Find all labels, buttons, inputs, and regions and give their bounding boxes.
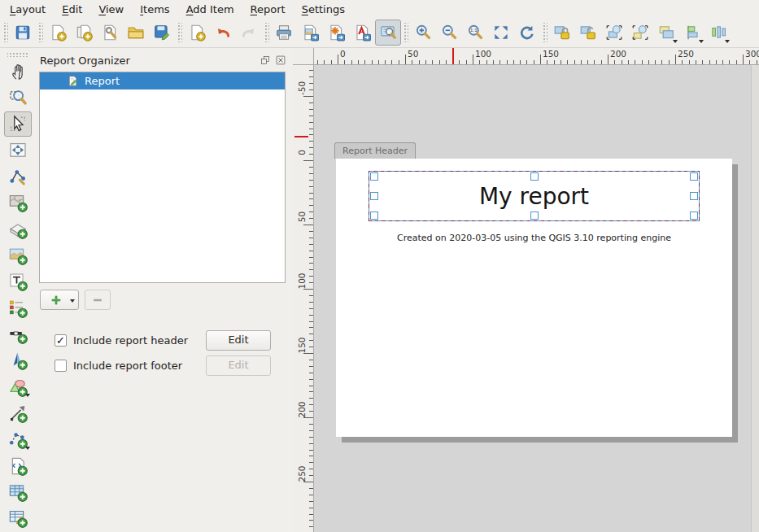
panel-close-button[interactable] xyxy=(274,54,287,67)
zoom-actual-button[interactable]: 1:1 xyxy=(462,20,488,46)
add-legend-button[interactable] xyxy=(4,295,32,321)
edit-nodes-item-button[interactable] xyxy=(4,164,32,189)
export-image-button[interactable] xyxy=(297,20,323,46)
menu-add-item[interactable]: Add Item xyxy=(178,1,242,18)
add-3d-map-button[interactable] xyxy=(4,216,32,242)
add-attribute-table-button[interactable] xyxy=(4,479,32,504)
add-scalebar-button[interactable] xyxy=(4,321,32,347)
edit-footer-button[interactable]: Edit xyxy=(206,355,271,376)
resize-handle-bottom-center[interactable] xyxy=(530,211,539,220)
ruler-tick xyxy=(317,60,318,64)
edit-header-button[interactable]: Edit xyxy=(206,330,271,351)
add-page-button[interactable] xyxy=(184,20,210,46)
report-settings-button[interactable] xyxy=(97,20,123,46)
include-footer-checkbox[interactable] xyxy=(55,360,67,372)
ruler-tick xyxy=(399,60,399,64)
ruler-tick xyxy=(567,60,568,64)
toolbar-grip xyxy=(264,23,269,42)
ruler-tick xyxy=(358,60,359,64)
ruler-label: -50 xyxy=(297,76,308,101)
ruler-tick xyxy=(309,340,313,341)
ruler-tick xyxy=(309,386,313,386)
raise-items-button[interactable] xyxy=(653,20,679,46)
ruler-tick xyxy=(561,60,561,64)
open-report-button[interactable] xyxy=(123,20,149,46)
menu-edit[interactable]: Edit xyxy=(54,1,90,18)
svg-text:1:1: 1:1 xyxy=(470,28,478,33)
vertical-scrollbar[interactable] xyxy=(751,65,759,532)
menu-view[interactable]: View xyxy=(90,1,132,18)
zoom-region-button[interactable] xyxy=(4,85,32,110)
resize-handle-bottom-left[interactable] xyxy=(370,211,378,220)
ruler-label: 200 xyxy=(297,398,308,422)
add-label-button[interactable] xyxy=(4,269,32,294)
save-as-template-button[interactable] xyxy=(149,20,175,46)
resize-handle-middle-left[interactable] xyxy=(370,192,378,200)
align-items-button[interactable] xyxy=(679,20,705,46)
save-project-button[interactable] xyxy=(10,20,36,46)
menu-settings[interactable]: Settings xyxy=(294,1,353,18)
resize-handle-middle-right[interactable] xyxy=(690,192,698,200)
ruler-tick xyxy=(309,154,313,155)
ruler-tick xyxy=(439,60,440,64)
resize-handle-top-left[interactable] xyxy=(370,172,378,181)
zoom-tool-settings-button[interactable] xyxy=(375,20,401,46)
select-move-item-button[interactable] xyxy=(4,111,32,137)
export-pdf-button[interactable] xyxy=(349,20,375,46)
pan-layout-button[interactable] xyxy=(4,59,32,84)
selected-label-item[interactable]: My report xyxy=(369,171,700,221)
menu-layout[interactable]: Layout xyxy=(2,1,54,18)
resize-handle-top-center[interactable] xyxy=(530,172,539,181)
add-shape-button[interactable] xyxy=(4,374,32,399)
move-content-icon xyxy=(8,141,28,160)
ruler-tick xyxy=(309,147,313,148)
remove-section-button[interactable] xyxy=(85,290,111,310)
panel-float-button[interactable] xyxy=(259,54,272,67)
lock-items-button[interactable] xyxy=(549,20,575,46)
resize-handle-top-right[interactable] xyxy=(690,172,698,181)
resize-handle-bottom-right[interactable] xyxy=(690,211,698,220)
new-report-button[interactable] xyxy=(45,20,71,46)
add-section-button[interactable] xyxy=(40,290,79,310)
zoom-full-button[interactable] xyxy=(488,20,514,46)
tree-item-report[interactable]: Report xyxy=(40,72,285,89)
report-page[interactable]: My report Created on 2020-03-05 using th… xyxy=(336,159,732,437)
add-html-button[interactable] xyxy=(4,453,32,478)
add-north-arrow-button[interactable] xyxy=(4,348,32,373)
ungroup-items-button[interactable] xyxy=(627,20,653,46)
add-arrow-button[interactable] xyxy=(4,400,32,425)
zoom-out-button[interactable] xyxy=(436,20,462,46)
move-item-content-button[interactable] xyxy=(4,137,32,163)
ruler-tick xyxy=(309,205,313,206)
export-svg-button[interactable] xyxy=(323,20,349,46)
add-node-item-button[interactable] xyxy=(4,427,32,452)
duplicate-report-button[interactable] xyxy=(71,20,97,46)
vertical-ruler[interactable]: -50050100150200250 xyxy=(293,65,314,532)
group-items-button[interactable] xyxy=(601,20,627,46)
refresh-view-button[interactable] xyxy=(514,20,540,46)
print-icon xyxy=(275,24,293,41)
menu-items[interactable]: Items xyxy=(132,1,177,18)
include-footer-label: Include report footer xyxy=(73,360,206,372)
add-picture-button[interactable] xyxy=(4,242,32,268)
report-tree[interactable]: Report xyxy=(39,72,286,283)
ruler-tick xyxy=(309,282,313,283)
layout-viewport[interactable]: Report Header My report Created on 2020-… xyxy=(314,65,759,532)
undo-button[interactable] xyxy=(210,20,236,46)
add-fixed-table-button[interactable] xyxy=(4,506,32,531)
include-header-checkbox[interactable]: ✓ xyxy=(55,334,67,347)
distribute-icon xyxy=(709,24,727,41)
item-toolbox xyxy=(0,48,36,532)
ruler-tick xyxy=(736,60,737,64)
zoom-in-button[interactable] xyxy=(410,20,436,46)
redo-button[interactable] xyxy=(236,20,262,46)
menu-report[interactable]: Report xyxy=(242,1,294,18)
ruler-tick xyxy=(540,55,541,64)
print-button[interactable] xyxy=(271,20,297,46)
ruler-tick xyxy=(743,55,744,64)
unlock-items-button[interactable] xyxy=(575,20,601,46)
export-pdf-icon xyxy=(353,24,371,41)
horizontal-ruler[interactable]: 050100150200250300 xyxy=(314,48,759,65)
add-map-button[interactable] xyxy=(4,190,32,216)
distribute-items-button[interactable] xyxy=(705,20,731,46)
